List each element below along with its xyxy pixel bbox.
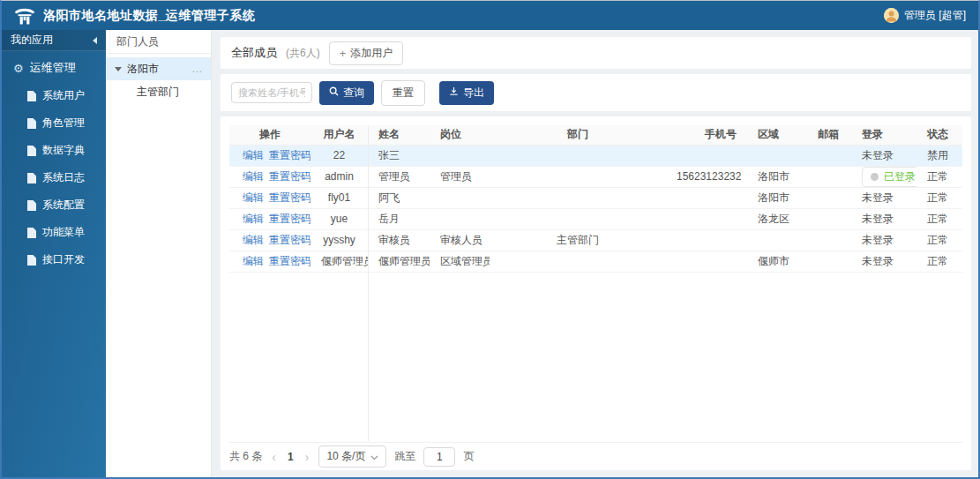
cell-name: 张三 [368, 145, 430, 166]
user-menu[interactable]: 管理员 [超管] [884, 8, 966, 23]
add-user-button[interactable]: + 添加用户 [329, 41, 404, 65]
cell-login: 未登录 [851, 145, 916, 166]
search-input[interactable] [231, 82, 312, 103]
cell-actions: 编辑重置密码删除 [229, 251, 310, 272]
cell-login: 未登录 [851, 208, 916, 229]
cell-phone [666, 145, 747, 166]
tree-node-supervising-dept[interactable]: 主管部门 [106, 80, 211, 103]
cell-username: yysshy [310, 229, 368, 251]
table-row[interactable]: 编辑重置密码删除fly01阿飞洛阳市未登录正常 [229, 187, 962, 208]
next-page-button[interactable]: › [303, 451, 311, 463]
reset-password-link[interactable]: 重置密码 [269, 191, 310, 204]
table-row[interactable]: 编辑重置密码删除偃师管理员偃师管理员区域管理员偃师市未登录正常 [229, 251, 962, 272]
document-icon [27, 118, 36, 129]
prev-page-button[interactable]: ‹ [270, 451, 278, 463]
page-size-select[interactable]: 10 条/页 [318, 445, 386, 468]
sidebar-item-label: 系统用户 [42, 88, 85, 103]
document-icon [27, 200, 36, 211]
document-icon [27, 228, 36, 238]
reset-password-link[interactable]: 重置密码 [269, 213, 310, 225]
sidebar-group-ops-management[interactable]: ⚙ 运维管理 [2, 51, 106, 82]
cell-phone [666, 229, 747, 251]
users-table: 操作用户名姓名岗位部门手机号区域邮箱登录状态 编辑重置密码删除22张三未登录禁用… [229, 125, 962, 273]
sidebar-item-api-development[interactable]: 接口开发 [2, 246, 106, 273]
cell-actions: 编辑重置密码删除 [229, 229, 310, 251]
cell-dept [490, 251, 666, 272]
page-title: 洛阳市地名地址数据_运维管理子系统 [43, 8, 255, 24]
login-status-badge[interactable]: 已登录 [862, 167, 916, 187]
cell-name: 阿飞 [368, 187, 430, 208]
cell-post [430, 187, 490, 208]
reset-password-link[interactable]: 重置密码 [269, 255, 310, 267]
cell-name: 偃师管理员 [368, 251, 430, 272]
sidebar-item-system-logs[interactable]: 系统日志 [2, 164, 106, 191]
reset-password-link[interactable]: 重置密码 [269, 170, 310, 183]
more-icon[interactable]: ... [192, 64, 203, 74]
avatar-icon [884, 8, 899, 23]
user-label: 管理员 [超管] [904, 8, 966, 23]
pagination-total: 共 6 条 [229, 449, 262, 464]
reset-password-link[interactable]: 重置密码 [269, 234, 310, 246]
edit-link[interactable]: 编辑 [243, 191, 264, 204]
cell-name: 审核员 [368, 229, 430, 251]
tree-node-luoyang[interactable]: 洛阳市 ... [106, 57, 211, 80]
sidebar-item-system-users[interactable]: 系统用户 [2, 82, 106, 109]
cell-name: 岳月 [368, 208, 430, 229]
table-row[interactable]: 编辑重置密码删除admin管理员管理员15623123232洛阳市已登录正常 [229, 166, 962, 187]
main-content: 全部成员 (共6人) + 添加用户 查询 重置 [212, 30, 978, 477]
column-header-status: 状态 [916, 125, 962, 145]
sidebar-item-function-menu[interactable]: 功能菜单 [2, 219, 106, 246]
jump-suffix-label: 页 [463, 449, 474, 464]
fixed-column-divider [368, 125, 369, 441]
cell-post: 审核人员 [430, 229, 490, 251]
reset-button[interactable]: 重置 [381, 80, 425, 106]
pagination-bar: 共 6 条 ‹ 1 › 10 条/页 跳至 页 [229, 442, 962, 470]
sidebar-item-label: 系统日志 [42, 170, 85, 185]
table-row[interactable]: 编辑重置密码删除yue岳月洛龙区未登录正常 [229, 208, 962, 229]
sidebar-section-header: 我的应用 [2, 30, 106, 51]
cell-email [807, 229, 851, 251]
users-table-card: 操作用户名姓名岗位部门手机号区域邮箱登录状态 编辑重置密码删除22张三未登录禁用… [221, 116, 971, 470]
cell-post [430, 145, 490, 166]
sidebar-item-label: 系统配置 [42, 198, 85, 213]
edit-link[interactable]: 编辑 [243, 213, 264, 225]
column-header-username: 用户名 [310, 125, 368, 145]
query-button[interactable]: 查询 [319, 81, 374, 105]
edit-link[interactable]: 编辑 [243, 234, 264, 246]
export-button[interactable]: 导出 [439, 81, 494, 105]
edit-link[interactable]: 编辑 [243, 255, 264, 267]
edit-link[interactable]: 编辑 [243, 170, 264, 183]
cell-post [430, 208, 490, 229]
cell-region [747, 229, 807, 251]
cell-post: 区域管理员 [430, 251, 490, 272]
members-count: (共6人) [286, 46, 320, 61]
members-toolbar: 全部成员 (共6人) + 添加用户 [221, 37, 971, 69]
cell-email [807, 251, 851, 272]
sidebar-menu: 系统用户 角色管理 数据字典 系统日志 系统配置 [2, 82, 106, 273]
cell-status: 正常 [916, 251, 962, 272]
cell-dept [490, 208, 666, 229]
document-icon [27, 255, 36, 266]
jump-prefix-label: 跳至 [394, 449, 415, 464]
column-header-dept: 部门 [490, 125, 666, 145]
edit-link[interactable]: 编辑 [243, 149, 264, 161]
document-icon [27, 91, 36, 101]
sidebar-item-role-management[interactable]: 角色管理 [2, 109, 106, 137]
sidebar-item-label: 角色管理 [42, 116, 85, 131]
jump-page-input[interactable] [423, 447, 455, 467]
reset-password-link[interactable]: 重置密码 [269, 149, 310, 161]
tree-node-label: 洛阳市 [127, 62, 159, 77]
sidebar-section-title: 我的应用 [11, 33, 53, 48]
column-header-email: 邮箱 [807, 125, 851, 145]
collapse-left-icon[interactable] [93, 37, 97, 44]
cell-phone: 15623123232 [666, 166, 747, 187]
cell-dept [490, 166, 666, 187]
sidebar-item-label: 接口开发 [42, 252, 85, 267]
cell-login: 未登录 [851, 251, 916, 272]
table-row[interactable]: 编辑重置密码删除yysshy审核员审核人员主管部门未登录正常 [229, 229, 962, 251]
current-page-number[interactable]: 1 [286, 451, 295, 463]
table-row[interactable]: 编辑重置密码删除22张三未登录禁用 [229, 145, 962, 166]
sidebar-item-system-config[interactable]: 系统配置 [2, 191, 106, 219]
caret-down-icon [115, 67, 122, 71]
sidebar-item-data-dictionary[interactable]: 数据字典 [2, 137, 106, 164]
